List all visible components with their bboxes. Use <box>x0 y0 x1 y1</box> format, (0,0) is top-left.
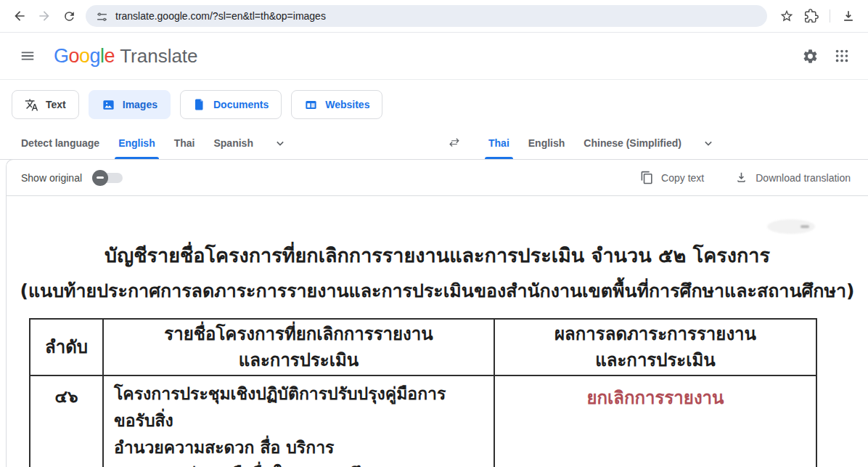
result-toolbar: Show original Copy text Download transla… <box>7 160 868 196</box>
language-bar: Detect language English Thai Spanish Tha… <box>0 126 868 160</box>
translate-icon <box>25 98 38 112</box>
faded-stamp-mark <box>767 219 815 234</box>
forward-button[interactable] <box>32 4 57 28</box>
reload-button[interactable] <box>57 4 81 28</box>
download-translation-button[interactable]: Download translation <box>734 171 851 184</box>
main-menu-button[interactable] <box>12 40 44 72</box>
google-apps-button[interactable] <box>826 40 858 72</box>
show-original-toggle[interactable] <box>92 169 126 187</box>
google-logo-text: Google <box>54 45 115 68</box>
toggle-knob <box>92 170 108 186</box>
browser-toolbar: translate.google.com/?sl=en&tl=th&op=ima… <box>0 0 868 33</box>
site-info-icon[interactable] <box>96 10 108 23</box>
target-language-tabs: Thai English Chinese (Simplified) <box>479 126 726 159</box>
forward-icon <box>37 9 52 23</box>
translate-logo-text: Translate <box>120 45 197 68</box>
target-lang-english[interactable]: English <box>519 126 575 159</box>
reload-icon <box>62 9 76 23</box>
target-lang-chinese[interactable]: Chinese (Simplified) <box>574 126 691 159</box>
source-lang-thai[interactable]: Thai <box>165 126 205 159</box>
target-language-dropdown[interactable] <box>691 126 726 159</box>
google-translate-logo[interactable]: Google Translate <box>54 45 198 68</box>
swap-languages-button[interactable] <box>441 130 467 156</box>
download-icon <box>841 9 856 23</box>
settings-button[interactable] <box>794 40 826 72</box>
extensions-icon <box>804 9 819 23</box>
settings-gear-icon <box>802 48 819 65</box>
translation-mode-tabs: Text Images Documents Websites <box>0 80 868 126</box>
cell-result: ยกเลิกการรายงาน <box>494 375 816 467</box>
show-original-label: Show original <box>21 172 82 184</box>
document-icon <box>193 98 206 111</box>
tab-websites[interactable]: Websites <box>291 90 382 119</box>
table-row: ๔๖ โครงการประชุมเชิงปฏิบัติการปรับปรุงคู… <box>30 375 816 467</box>
download-translation-icon <box>734 171 748 184</box>
copy-icon <box>640 171 654 184</box>
apps-grid-icon <box>834 48 850 64</box>
tab-documents[interactable]: Documents <box>180 90 282 119</box>
document-table: ลำดับ รายชื่อโครงการที่ยกเลิกการรายงาน แ… <box>29 318 817 467</box>
chevron-down-icon <box>273 136 287 150</box>
source-lang-english[interactable]: English <box>109 126 165 159</box>
tab-images[interactable]: Images <box>89 90 171 119</box>
back-icon <box>12 9 27 23</box>
swap-icon <box>446 135 462 151</box>
toolbar-divider <box>830 9 830 23</box>
translation-result-panel: Show original Copy text Download transla… <box>6 159 868 467</box>
source-lang-detect[interactable]: Detect language <box>12 126 109 159</box>
menu-icon <box>20 48 36 64</box>
document-title: บัญชีรายชื่อโครงการที่ยกเลิกการรายงานและ… <box>7 240 868 271</box>
target-lang-thai[interactable]: Thai <box>479 126 519 159</box>
tab-text[interactable]: Text <box>12 90 79 119</box>
table-header-row: ลำดับ รายชื่อโครงการที่ยกเลิกการรายงาน แ… <box>30 319 816 375</box>
chevron-down-icon <box>701 136 716 150</box>
source-lang-spanish[interactable]: Spanish <box>204 126 262 159</box>
header-cell-result: ผลการลดภาระการรายงาน และการประเมิน <box>494 319 816 375</box>
tab-images-label: Images <box>123 99 157 110</box>
bookmark-icon <box>779 9 794 23</box>
image-icon <box>102 98 115 112</box>
cell-number: ๔๖ <box>30 375 103 467</box>
extensions-button[interactable] <box>799 4 824 28</box>
copy-text-button[interactable]: Copy text <box>640 171 704 184</box>
url-text[interactable]: translate.google.com/?sl=en&tl=th&op=ima… <box>115 10 326 22</box>
download-translation-label: Download translation <box>756 172 851 184</box>
tab-text-label: Text <box>46 99 66 110</box>
tab-websites-label: Websites <box>325 99 369 110</box>
header-cell-project: รายชื่อโครงการที่ยกเลิกการรายงาน และการป… <box>103 319 494 375</box>
bookmark-button[interactable] <box>774 4 799 28</box>
cell-project: โครงการประชุมเชิงปฏิบัติการปรับปรุงคู่มื… <box>103 375 494 467</box>
downloads-button[interactable] <box>836 4 861 28</box>
tab-documents-label: Documents <box>213 99 269 110</box>
address-bar[interactable]: translate.google.com/?sl=en&tl=th&op=ima… <box>86 5 767 27</box>
website-icon <box>304 98 318 112</box>
source-language-tabs: Detect language English Thai Spanish <box>12 126 868 159</box>
toggle-minus-icon <box>97 176 104 179</box>
header-cell-number: ลำดับ <box>30 319 103 375</box>
back-button[interactable] <box>7 4 32 28</box>
document-subtitle: (แนบท้ายประกาศการลดภาระการรายงานและการปร… <box>7 276 868 305</box>
app-header: Google Translate <box>0 33 868 80</box>
copy-text-label: Copy text <box>661 172 704 184</box>
source-language-dropdown[interactable] <box>263 126 298 159</box>
translated-image: บัญชีรายชื่อโครงการที่ยกเลิกการรายงานและ… <box>7 196 868 467</box>
